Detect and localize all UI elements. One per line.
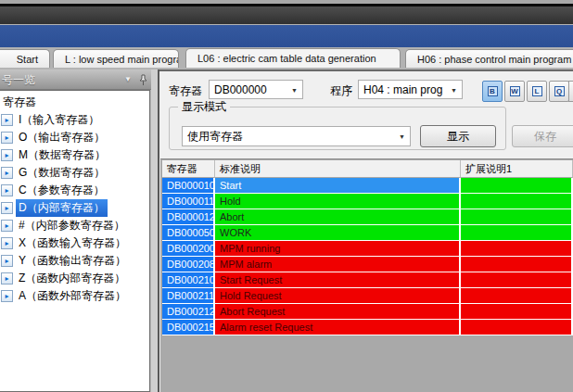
register-cell[interactable]: DB000010 xyxy=(162,178,215,194)
table-row[interactable]: DB000211 Hold Request xyxy=(162,288,573,304)
display-mode-label: 显示模式 xyxy=(178,99,230,115)
description-cell[interactable]: Alarm reset Request xyxy=(215,320,461,335)
extended-description-cell[interactable] xyxy=(461,194,573,209)
pin-icon[interactable] xyxy=(139,74,147,86)
register-cell[interactable]: DB000012 xyxy=(162,209,215,225)
chevron-down-icon[interactable]: ▼ xyxy=(451,86,457,93)
register-type-icon: ▸ xyxy=(1,132,13,144)
tree-item-label: Y（函数输出寄存器） xyxy=(16,252,129,270)
register-cell[interactable]: DB000211 xyxy=(162,288,215,304)
tree-item-label: A（函数外部寄存器） xyxy=(16,287,129,305)
column-header-standard-description[interactable]: 标准说明 xyxy=(215,160,461,178)
register-size-toolbar: BWLQ xyxy=(482,81,569,102)
tab-low-speed-main-program[interactable]: L : low speed main program xyxy=(53,49,179,68)
tree-item-label: D（内部寄存器） xyxy=(16,199,108,217)
extended-description-cell[interactable] xyxy=(461,209,573,225)
view-size-button-b[interactable]: B xyxy=(482,81,503,102)
register-cell[interactable]: DB000011 xyxy=(162,194,215,209)
table-viewport: 寄存器 标准说明 扩展说明1 DB000010 Start DB000011 H… xyxy=(160,158,573,392)
extended-description-cell[interactable] xyxy=(461,272,573,288)
description-cell[interactable]: Start xyxy=(215,178,461,194)
table-row[interactable]: DB000011 Hold xyxy=(162,194,573,209)
view-size-button-w[interactable]: W xyxy=(504,81,525,102)
show-button[interactable]: 显示 xyxy=(420,125,496,147)
extended-description-cell[interactable] xyxy=(461,241,573,257)
table-row[interactable]: DB000215 Alarm reset Request xyxy=(162,320,573,335)
tab-phase-control-main-program[interactable]: H06 : phase control main program xyxy=(405,49,573,68)
sidebar-tree-item[interactable]: ▸ X（函数输入寄存器） xyxy=(0,234,149,252)
table-row[interactable]: DB000012 Abort xyxy=(162,209,573,225)
title-bar xyxy=(0,6,573,24)
extended-description-cell[interactable] xyxy=(461,304,573,320)
tab-electric-cam-table[interactable]: L06 : electric cam table data generation xyxy=(185,48,401,68)
register-cell[interactable]: DB000215 xyxy=(162,320,215,335)
description-cell[interactable]: MPM running xyxy=(215,241,461,257)
table-row[interactable]: DB000212 Abort Request xyxy=(162,304,573,320)
program-combobox[interactable]: H04 : main prog ▼ xyxy=(358,80,463,99)
register-list-sidebar: 号一览 ▼ 寄存器 ▸ I（输入寄存器） ▸ O（输出寄存器） ▸ M（数据寄存… xyxy=(0,70,151,392)
tree-root-registers[interactable]: 寄存器 xyxy=(0,94,149,111)
register-type-icon: ▸ xyxy=(1,167,13,179)
table-row[interactable]: DB000050 WORK xyxy=(162,225,573,241)
register-type-icon: ▸ xyxy=(1,114,13,126)
description-cell[interactable]: WORK xyxy=(215,225,461,241)
sidebar-splitter[interactable] xyxy=(151,70,159,392)
register-tree: 寄存器 ▸ I（输入寄存器） ▸ O（输出寄存器） ▸ M（数据寄存器） ▸ G… xyxy=(0,90,150,392)
register-list-panel: 寄存器 DB000000 ▼ 程序 H04 : main prog ▼ BWLQ… xyxy=(159,70,573,392)
sidebar-tree-item[interactable]: ▸ M（数据寄存器） xyxy=(0,146,149,164)
description-cell[interactable]: Hold Request xyxy=(215,288,461,304)
table-row[interactable]: DB000208 MPM alarm xyxy=(162,257,573,272)
sidebar-tree-item[interactable]: ▸ D（内部寄存器） xyxy=(0,199,149,217)
register-cell[interactable]: DB000050 xyxy=(162,225,215,241)
sidebar-tree-item[interactable]: ▸ #（内部参数寄存器） xyxy=(0,217,149,234)
tree-item-label: Z（函数内部寄存器） xyxy=(16,270,128,287)
extended-description-cell[interactable] xyxy=(461,225,573,241)
q-register-icon: Q xyxy=(554,86,565,96)
display-mode-value: 使用寄存器 xyxy=(187,129,243,145)
sidebar-tree-item[interactable]: ▸ O（输出寄存器） xyxy=(0,129,149,146)
sidebar-tree-item[interactable]: ▸ A（函数外部寄存器） xyxy=(0,287,149,305)
sidebar-tree-item[interactable]: ▸ Y（函数输出寄存器） xyxy=(0,252,149,270)
tree-item-label: O（输出寄存器） xyxy=(16,129,108,146)
view-size-button-q[interactable]: Q xyxy=(549,81,569,102)
register-type-icon: ▸ xyxy=(1,237,13,249)
sidebar-tree-item[interactable]: ▸ Z（函数内部寄存器） xyxy=(0,270,149,287)
chevron-down-icon[interactable]: ▼ xyxy=(291,86,298,93)
register-cell[interactable]: DB000210 xyxy=(162,272,215,288)
register-combobox[interactable]: DB000000 ▼ xyxy=(209,80,303,99)
register-type-icon: ▸ xyxy=(1,272,13,285)
extended-description-cell[interactable] xyxy=(461,320,573,335)
sidebar-tree-item[interactable]: ▸ G（数据寄存器） xyxy=(0,164,149,182)
table-row[interactable]: DB000200 MPM running xyxy=(162,241,573,257)
sidebar-tree-item[interactable]: ▸ C（参数寄存器） xyxy=(0,182,149,199)
tab-start[interactable]: Start xyxy=(0,49,50,68)
chevron-down-icon[interactable]: ▼ xyxy=(399,133,405,140)
sidebar-header[interactable]: 号一览 ▼ xyxy=(0,70,151,90)
tree-item-label: #（内部参数寄存器） xyxy=(16,217,128,234)
description-cell[interactable]: Abort Request xyxy=(215,304,461,320)
column-header-register[interactable]: 寄存器 xyxy=(162,160,215,178)
register-combo-label: 寄存器 xyxy=(169,83,202,99)
table-row[interactable]: DB000210 Start Request xyxy=(162,272,573,288)
column-header-extended-description[interactable]: 扩展说明1 xyxy=(461,160,573,178)
extended-description-cell[interactable] xyxy=(461,178,573,194)
toolbar-button-partial[interactable] xyxy=(568,81,573,102)
description-cell[interactable]: Hold xyxy=(215,194,461,209)
chevron-down-icon[interactable]: ▼ xyxy=(124,70,132,90)
register-type-icon: ▸ xyxy=(1,149,13,161)
register-table: 寄存器 标准说明 扩展说明1 DB000010 Start DB000011 H… xyxy=(162,160,573,335)
save-button[interactable]: 保存 xyxy=(512,125,573,147)
extended-description-cell[interactable] xyxy=(461,288,573,304)
sidebar-tree-item[interactable]: ▸ I（输入寄存器） xyxy=(0,111,149,129)
view-size-button-l[interactable]: L xyxy=(527,81,547,102)
description-cell[interactable]: Abort xyxy=(215,209,461,225)
table-row[interactable]: DB000010 Start xyxy=(162,178,573,194)
w-register-icon: W xyxy=(510,86,520,96)
description-cell[interactable]: MPM alarm xyxy=(215,257,461,272)
register-cell[interactable]: DB000212 xyxy=(162,304,215,320)
register-cell[interactable]: DB000208 xyxy=(162,257,215,272)
register-cell[interactable]: DB000200 xyxy=(162,241,215,257)
display-mode-combobox[interactable]: 使用寄存器 ▼ xyxy=(182,126,411,146)
extended-description-cell[interactable] xyxy=(461,257,573,272)
description-cell[interactable]: Start Request xyxy=(215,272,461,288)
